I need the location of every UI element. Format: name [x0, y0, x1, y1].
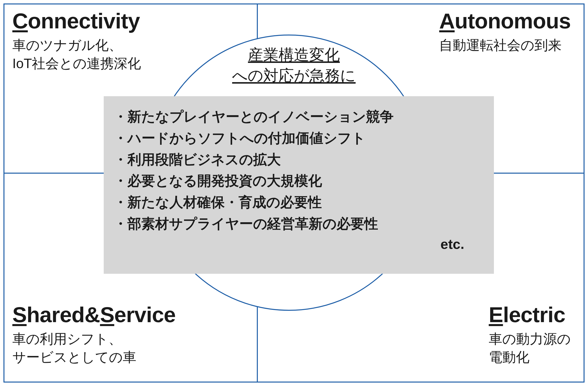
quadrant-title: Connectivity	[12, 7, 141, 35]
quadrant-title: Shared&Service	[12, 301, 176, 328]
center-list-item: 新たなプレイヤーとのイノベーション競争	[114, 106, 484, 128]
title-rest: lectric	[503, 302, 565, 327]
title-initial: S	[12, 302, 27, 327]
center-list-item: 利用段階ビジネスの拡大	[114, 149, 484, 171]
center-list-item: 新たな人材確保・育成の必要性	[114, 192, 484, 213]
quadrant-desc: 自動運転社会の到来	[439, 36, 571, 54]
quadrant-desc: 車の利用シフト、 サービスとしての車	[12, 330, 176, 367]
diagram-root: Connectivity 車のツナガル化、 IoT社会との連携深化 Autono…	[0, 0, 588, 386]
center-list: 新たなプレイヤーとのイノベーション競争 ハードからソフトへの付加価値シフト 利用…	[114, 106, 484, 234]
quadrant-electric: Electric 車の動力源の 電動化	[489, 301, 571, 367]
center-heading: 産業構造変化 への対応が急務に	[183, 44, 405, 86]
center-list-item: 必要となる開発投資の大規模化	[114, 170, 484, 192]
title-rest: onnectivity	[28, 9, 140, 33]
title-initial-2: S	[100, 302, 114, 327]
quadrant-title: Autonomous	[439, 7, 571, 35]
quadrant-autonomous: Autonomous 自動運転社会の到来	[439, 7, 571, 54]
center-list-item: ハードからソフトへの付加価値シフト	[114, 128, 484, 149]
center-box: 新たなプレイヤーとのイノベーション競争 ハードからソフトへの付加価値シフト 利用…	[104, 96, 494, 274]
center-list-item: 部素材サプライヤーの経営革新の必要性	[114, 213, 484, 234]
title-initial: C	[12, 9, 28, 33]
title-initial: A	[439, 9, 455, 33]
center-heading-line2: への対応が急務に	[183, 65, 405, 86]
quadrant-title: Electric	[489, 301, 571, 328]
title-rest: ervice	[114, 302, 176, 327]
center-heading-line1: 産業構造変化	[183, 44, 405, 65]
title-initial: E	[489, 302, 503, 327]
center-etc: etc.	[114, 236, 484, 252]
title-rest: utonomous	[455, 9, 571, 33]
quadrant-desc: 車のツナガル化、 IoT社会との連携深化	[12, 36, 141, 73]
quadrant-connectivity: Connectivity 車のツナガル化、 IoT社会との連携深化	[12, 7, 141, 73]
quadrant-desc: 車の動力源の 電動化	[489, 330, 571, 367]
quadrant-shared-service: Shared&Service 車の利用シフト、 サービスとしての車	[12, 301, 176, 367]
